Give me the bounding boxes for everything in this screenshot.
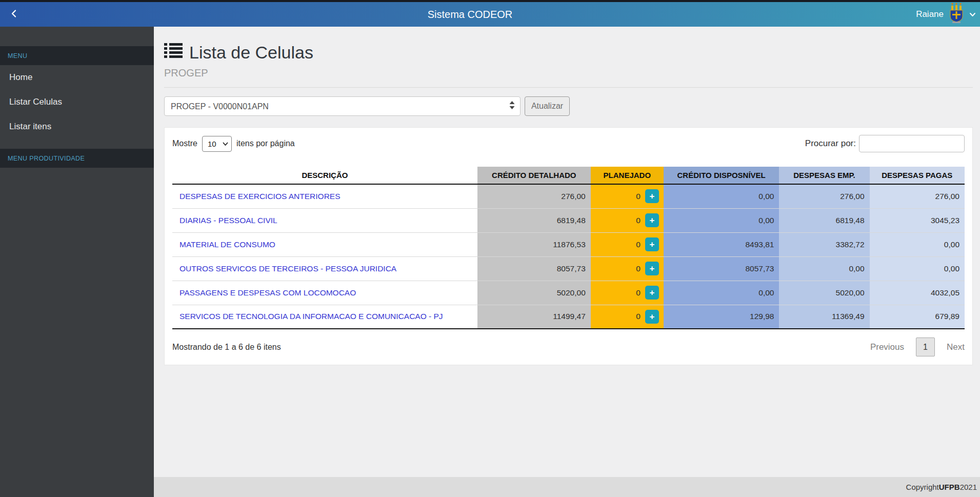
header-descricao: DESCRIÇÃO: [172, 167, 477, 184]
despesas-pagas-cell: 276,00: [870, 184, 965, 208]
table-header-row: DESCRIÇÃO CRÉDITO DETALHADO PLANEJADO CR…: [172, 167, 965, 184]
main-content: Lista de Celulas PROGEP PROGEP - V0000N0…: [154, 27, 980, 497]
despesas-emp-cell: 5020,00: [779, 281, 869, 305]
search-box: Procurar por:: [805, 135, 965, 152]
planejado-cell: 0 +: [591, 232, 664, 256]
previous-button[interactable]: Previous: [870, 342, 904, 352]
credito-disponivel-cell: 8057,73: [664, 256, 779, 281]
add-planejado-button[interactable]: +: [645, 237, 659, 251]
topbar: Sistema CODEOR Raiane: [0, 0, 980, 27]
planejado-cell: 0 +: [591, 208, 664, 232]
descricao-link[interactable]: PASSAGENS E DESPESAS COM LOCOMOCAO: [179, 288, 356, 297]
card-toolbar: Mostre 10 itens por página Procurar por:: [172, 135, 965, 152]
table-row: DESPESAS DE EXERCICIOS ANTERIORES 276,00…: [172, 184, 965, 208]
page-size-prefix: Mostre: [172, 139, 197, 148]
credito-detalhado-cell: 276,00: [477, 184, 591, 208]
planejado-value: 0: [636, 288, 641, 297]
sidebar-item-listar-itens[interactable]: Listar itens: [0, 114, 154, 139]
table-row: MATERIAL DE CONSUMO 11876,53 0 + 8493,81…: [172, 232, 965, 256]
page-size-select[interactable]: 10: [202, 136, 232, 152]
planejado-cell: 0 +: [591, 305, 664, 329]
add-planejado-button[interactable]: +: [645, 262, 659, 275]
despesas-pagas-cell: 679,89: [870, 305, 965, 329]
page-title: Lista de Celulas: [164, 42, 973, 63]
add-planejado-button[interactable]: +: [645, 286, 659, 300]
descricao-link[interactable]: SERVICOS DE TECNOLOGIA DA INFORMACAO E C…: [179, 312, 443, 321]
page-size-suffix: itens por página: [236, 139, 295, 148]
credito-detalhado-cell: 11876,53: [477, 232, 591, 256]
table-card: Mostre 10 itens por página Procurar por:: [164, 127, 973, 365]
header-planejado: PLANEJADO: [591, 167, 664, 184]
planejado-cell: 0 +: [591, 281, 664, 305]
sidebar-section-menu: MENU: [0, 46, 154, 65]
app-screen: Sistema CODEOR Raiane: [0, 0, 980, 497]
page-subtitle: PROGEP: [164, 67, 973, 79]
card-footer: Mostrando de 1 a 6 de 6 itens Previous 1…: [172, 337, 965, 356]
despesas-pagas-cell: 3045,23: [870, 208, 965, 232]
sidebar: MENU Home Listar Celulas Listar itens ME…: [0, 27, 154, 497]
descricao-link[interactable]: MATERIAL DE CONSUMO: [179, 240, 275, 249]
user-name: Raiane: [916, 9, 944, 19]
despesas-emp-cell: 6819,48: [779, 208, 869, 232]
copyright-year: 2021: [960, 483, 977, 491]
despesas-emp-cell: 3382,72: [779, 232, 869, 256]
credito-detalhado-cell: 11499,47: [477, 305, 591, 329]
update-button[interactable]: Atualizar: [525, 96, 570, 116]
next-button[interactable]: Next: [947, 342, 965, 352]
header-despesas-pagas: DESPESAS PAGAS: [870, 167, 965, 184]
page-size-control: Mostre 10 itens por página: [172, 136, 295, 152]
sidebar-item-home[interactable]: Home: [0, 65, 154, 90]
copyright-text: Copyright: [906, 483, 939, 491]
descricao-link[interactable]: DIARIAS - PESSOAL CIVIL: [179, 216, 277, 225]
despesas-pagas-cell: 0,00: [870, 232, 965, 256]
credito-disponivel-cell: 0,00: [664, 208, 779, 232]
planejado-value: 0: [636, 264, 641, 273]
planejado-value: 0: [636, 192, 641, 201]
ufpb-crest-icon: [949, 3, 964, 26]
page-header: Lista de Celulas PROGEP: [164, 42, 973, 88]
add-planejado-button[interactable]: +: [645, 189, 659, 203]
credito-detalhado-cell: 6819,48: [477, 208, 591, 232]
footer: CopyrightUFPB2021: [154, 477, 980, 497]
unit-select[interactable]: PROGEP - V0000N01APN: [164, 96, 521, 116]
planejado-value: 0: [636, 240, 641, 249]
planejado-cell: 0 +: [591, 256, 664, 281]
despesas-emp-cell: 0,00: [779, 256, 869, 281]
user-menu[interactable]: Raiane: [916, 2, 976, 27]
page-size-select-wrap: 10: [202, 136, 232, 152]
credito-detalhado-cell: 5020,00: [477, 281, 591, 305]
despesas-emp-cell: 11369,49: [779, 305, 869, 329]
search-label: Procurar por:: [805, 138, 856, 149]
table-row: DIARIAS - PESSOAL CIVIL 6819,48 0 + 0,00…: [172, 208, 965, 232]
table-row: PASSAGENS E DESPESAS COM LOCOMOCAO 5020,…: [172, 281, 965, 305]
add-planejado-button[interactable]: +: [645, 310, 659, 324]
planejado-value: 0: [636, 312, 641, 321]
results-summary: Mostrando de 1 a 6 de 6 itens: [172, 343, 281, 352]
despesas-emp-cell: 276,00: [779, 184, 869, 208]
credito-disponivel-cell: 129,98: [664, 305, 779, 329]
header-despesas-emp: DESPESAS EMP.: [779, 167, 869, 184]
sidebar-section-produtividade: MENU PRODUTIVIDADE: [0, 149, 154, 168]
pagination: Previous 1 Next: [870, 337, 965, 356]
header-credito-detalhado: CRÉDITO DETALHADO: [477, 167, 591, 184]
descricao-link[interactable]: DESPESAS DE EXERCICIOS ANTERIORES: [179, 192, 341, 201]
page-title-text: Lista de Celulas: [189, 42, 313, 63]
sidebar-item-listar-celulas[interactable]: Listar Celulas: [0, 90, 154, 114]
planejado-value: 0: [636, 216, 641, 225]
copyright-org: UFPB: [939, 483, 960, 491]
descricao-link[interactable]: OUTROS SERVICOS DE TERCEIROS - PESSOA JU…: [179, 264, 396, 273]
header-credito-disponivel: CRÉDITO DISPOSNÍVEL: [664, 167, 779, 184]
planejado-cell: 0 +: [591, 184, 664, 208]
table-row: OUTROS SERVICOS DE TERCEIROS - PESSOA JU…: [172, 256, 965, 281]
despesas-pagas-cell: 4032,05: [870, 281, 965, 305]
credito-disponivel-cell: 8493,81: [664, 232, 779, 256]
credito-disponivel-cell: 0,00: [664, 281, 779, 305]
app-title: Sistema CODEOR: [0, 9, 940, 21]
table-row: SERVICOS DE TECNOLOGIA DA INFORMACAO E C…: [172, 305, 965, 329]
add-planejado-button[interactable]: +: [645, 213, 659, 227]
list-icon: [164, 42, 183, 63]
credito-detalhado-cell: 8057,73: [477, 256, 591, 281]
page-1-button[interactable]: 1: [916, 337, 935, 356]
credito-disponivel-cell: 0,00: [664, 184, 779, 208]
search-input[interactable]: [859, 135, 965, 152]
